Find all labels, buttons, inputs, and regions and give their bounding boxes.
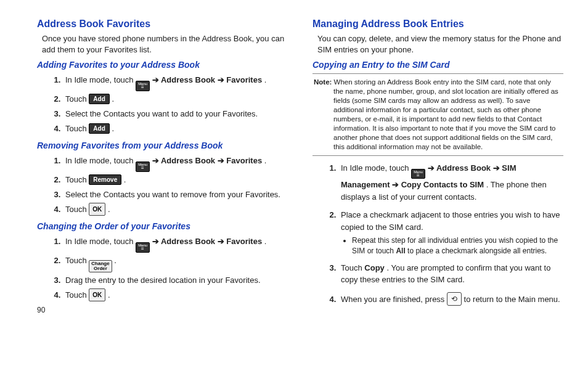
step: Place a checkmark adjacent to those entr… <box>338 209 563 255</box>
text: . <box>264 156 267 165</box>
ok-button-icon: OK <box>89 288 105 301</box>
text: Touch <box>65 124 89 133</box>
menu-icon: Menu≡ <box>411 169 425 179</box>
add-button-icon: Add <box>89 94 109 104</box>
steps-copying: In Idle mode, touch Menu≡ ➔ Address Book… <box>312 162 563 306</box>
steps-changing: In Idle mode, touch Menu≡ ➔ Address Book… <box>37 235 288 302</box>
menu-bars: ≡ <box>141 167 144 170</box>
step: When you are finished, press ⟲ to return… <box>338 292 563 306</box>
heading-removing: Removing Favorites from your Address Boo… <box>37 141 288 150</box>
text: Place a checkmark adjacent to those entr… <box>341 210 560 232</box>
text: In Idle mode, touch <box>341 163 411 173</box>
text: All <box>396 247 405 255</box>
text: In Idle mode, touch <box>65 75 136 84</box>
nav-item: Favorites <box>226 75 262 84</box>
text: Touch <box>65 94 89 104</box>
text: . <box>264 237 267 246</box>
text: When you are finished, press <box>341 295 447 304</box>
text: . <box>124 175 126 184</box>
text: to return to the Main menu. <box>464 295 560 304</box>
return-icon: ⟲ <box>447 292 462 306</box>
heading-changing-order: Changing the Order of your Favorites <box>37 221 288 231</box>
menu-bars: ≡ <box>141 86 144 89</box>
arrow: ➔ <box>218 156 227 165</box>
step: In Idle mode, touch Menu≡ ➔ Address Book… <box>63 73 288 91</box>
note-text: When storing an Address Book entry into … <box>332 78 558 150</box>
add-button-icon: Add <box>89 123 109 134</box>
step: In Idle mode, touch Menu≡ ➔ Address Book… <box>63 235 288 253</box>
left-column: Address Book Favorites Once you have sto… <box>37 18 288 386</box>
nav-item: Address Book <box>436 163 491 173</box>
step: Select the Contacts you want to add to y… <box>63 107 288 121</box>
step: Touch Add . <box>63 122 288 136</box>
text: . <box>108 205 110 214</box>
arrow: ➔ <box>152 237 161 246</box>
arrow: ➔ <box>152 156 161 165</box>
text: In Idle mode, touch <box>65 237 136 246</box>
step: Touch Copy . You are prompted to confirm… <box>338 262 563 286</box>
arrow: ➔ <box>428 163 436 173</box>
menu-bars: ≡ <box>417 174 420 178</box>
step: Touch OK . <box>63 288 288 302</box>
text: Touch <box>341 263 364 272</box>
text: In Idle mode, touch <box>65 156 136 165</box>
manual-page: Address Book Favorites Once you have sto… <box>0 0 588 392</box>
intro-favorites: Once you have stored phone numbers in th… <box>42 33 288 55</box>
text: Copy <box>364 263 385 272</box>
heading-copying-sim: Copying an Entry to the SIM Card <box>312 60 563 70</box>
nav-item: Address Book <box>161 156 215 165</box>
step: In Idle mode, touch Menu≡ ➔ Address Book… <box>338 162 563 203</box>
arrow: ➔ <box>218 237 227 246</box>
menu-icon: Menu≡ <box>136 242 150 253</box>
note-label: Note: <box>314 78 332 86</box>
text: . <box>114 256 116 265</box>
text: Touch <box>65 256 89 265</box>
ok-button-icon: OK <box>89 203 105 216</box>
text: . <box>112 94 114 104</box>
page-number: 90 <box>37 306 288 314</box>
text: Touch <box>65 205 89 214</box>
sub-bullet: Repeat this step for all individual entr… <box>352 235 563 255</box>
heading-adding: Adding Favorites to your Address Book <box>37 60 288 70</box>
step: Touch Remove . <box>63 173 288 187</box>
text: . <box>264 75 267 84</box>
nav-item: Address Book <box>161 237 215 246</box>
step: Drag the entry to the desired location i… <box>63 274 288 287</box>
arrow: ➔ <box>392 180 401 189</box>
text: to place a checkmark alongside all entri… <box>407 247 547 255</box>
menu-icon: Menu≡ <box>136 81 150 91</box>
nav-item: Copy Contacts to SIM <box>401 180 484 189</box>
nav-item: Favorites <box>226 156 262 165</box>
text: Touch <box>65 175 89 184</box>
nav-item: Address Book <box>161 75 215 84</box>
step: In Idle mode, touch Menu≡ ➔ Address Book… <box>63 154 288 172</box>
text: Touch <box>65 290 89 300</box>
step: Touch OK . <box>63 203 288 216</box>
arrow: ➔ <box>218 75 227 84</box>
steps-removing: In Idle mode, touch Menu≡ ➔ Address Book… <box>37 154 288 216</box>
intro-managing: You can copy, delete, and view the memor… <box>317 33 563 55</box>
heading-managing: Managing Address Book Entries <box>312 18 563 30</box>
steps-adding: In Idle mode, touch Menu≡ ➔ Address Book… <box>37 73 288 136</box>
arrow: ➔ <box>152 75 161 84</box>
text: . <box>112 124 114 133</box>
step: Touch Add . <box>63 92 288 106</box>
right-column: Managing Address Book Entries You can co… <box>312 18 563 386</box>
text: . <box>108 290 110 300</box>
heading-favorites: Address Book Favorites <box>37 18 288 30</box>
note-box: Note: When storing an Address Book entry… <box>312 73 563 156</box>
step: Select the Contacts you want to remove f… <box>63 188 288 202</box>
sub-bullets: Repeat this step for all individual entr… <box>341 235 563 255</box>
menu-icon: Menu≡ <box>136 161 150 172</box>
nav-item: Favorites <box>226 237 262 246</box>
change-order-button-icon: Change Order <box>89 260 112 272</box>
menu-bars: ≡ <box>141 248 144 251</box>
arrow: ➔ <box>493 163 502 173</box>
text: Order <box>94 266 107 271</box>
step: Touch Change Order . <box>63 254 288 272</box>
remove-button-icon: Remove <box>89 174 121 185</box>
